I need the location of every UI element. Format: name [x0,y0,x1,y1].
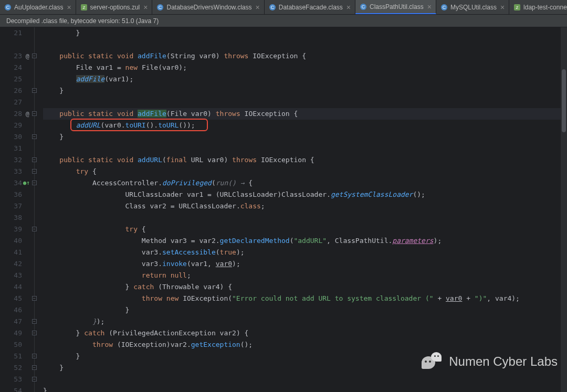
line-number: 28@ [0,108,22,120]
scroll-thumb[interactable] [562,69,566,132]
file-type-icon: C [440,4,448,11]
tab-server-options-zul[interactable]: Zserver-options.zul× [76,0,153,14]
vcs-change-marker[interactable]: ●↑ [23,177,30,189]
fold-toggle[interactable]: − [32,227,37,231]
line-number: 46 [0,304,22,316]
fold-toggle[interactable]: − [32,377,37,382]
tab-label: DatabaseDriversWindow.class [166,4,251,11]
line-number: 37 [0,200,22,212]
tab-label: MySQLUtil.class [450,4,497,11]
file-type-icon: C [4,4,12,11]
fold-toggle[interactable]: − [32,181,37,185]
close-icon[interactable]: × [500,3,505,12]
code-line[interactable] [43,39,561,50]
code-line[interactable]: public static void addFile(String var0) … [43,50,561,62]
file-type-icon: C [269,4,276,11]
fold-toggle[interactable]: − [32,319,37,324]
line-number: 45 [0,293,22,304]
line-number: 50 [0,339,22,351]
svg-text:C: C [159,5,162,10]
tab-classpathutil-class[interactable]: CClassPathUtil.class× [355,0,436,14]
svg-text:C: C [362,4,365,9]
code-line[interactable]: Method var3 = var2.getDeclaredMethod("ad… [43,235,561,247]
line-number: 51 [0,351,22,362]
line-number: 30 [0,131,22,143]
fold-toggle[interactable]: − [32,134,37,139]
file-type-icon: C [156,4,164,11]
fold-toggle[interactable]: − [32,111,37,116]
code-line[interactable]: var3.invoke(var1, var0); [43,258,561,270]
line-number: 25 [0,73,22,85]
file-type-icon: Z [513,4,521,11]
code-line[interactable]: } [43,85,561,97]
code-line[interactable]: var3.setAccessible(true); [43,247,561,258]
code-line[interactable]: public static void addFile(File var0) th… [43,108,561,120]
line-number: 33 [0,166,22,177]
code-line[interactable]: } [43,385,561,392]
code-editor[interactable]: 2123@2425262728@293031323334●↑3637383940… [0,27,567,392]
override-marker[interactable]: @ [26,108,29,120]
line-number: 52 [0,362,22,374]
fold-toggle[interactable]: − [32,54,37,58]
fold-toggle[interactable]: − [32,296,37,301]
decompiled-banner: Decompiled .class file, bytecode version… [0,15,567,27]
fold-toggle[interactable]: − [32,365,37,370]
code-line[interactable]: throw new IOException("Error could not a… [43,293,561,304]
close-icon[interactable]: × [67,3,71,12]
tab-auuploader-class[interactable]: CAuUploader.class× [0,0,76,14]
code-line[interactable]: }); [43,316,561,327]
tab-databasedriverswindow-class[interactable]: CDatabaseDriversWindow.class× [152,0,264,14]
line-number: 41 [0,247,22,258]
code-line[interactable] [43,97,561,108]
close-icon[interactable]: × [346,3,351,12]
code-line[interactable]: } catch (PrivilegedActionException var2)… [43,327,561,339]
code-line[interactable]: try { [43,224,561,235]
close-icon[interactable]: × [143,3,148,12]
code-line[interactable]: throw (IOException)var2.getException(); [43,339,561,351]
code-line[interactable]: } catch (Throwable var4) { [43,281,561,293]
svg-text:Z: Z [82,5,85,10]
close-icon[interactable]: × [427,3,432,11]
line-number: 53 [0,374,22,385]
fold-toggle[interactable]: − [32,169,37,174]
line-number: 27 [0,97,22,108]
code-line[interactable]: } [43,27,561,39]
code-line[interactable]: public static void addURL(final URL var0… [43,154,561,166]
line-number: 23@ [0,50,22,62]
line-number: 34●↑ [0,177,22,189]
close-icon[interactable]: × [256,3,260,12]
override-marker[interactable]: @ [26,50,29,62]
tab-ldap-test-connection-zul[interactable]: Zldap-test-connection.zul× [509,0,567,14]
tab-databasefacade-class[interactable]: CDatabaseFacade.class× [265,0,355,14]
editor-tabs: CAuUploader.class×Zserver-options.zul×CD… [0,0,567,15]
code-line[interactable] [43,143,561,154]
line-number: 29 [0,120,22,131]
code-line[interactable]: } [43,304,561,316]
svg-text:C: C [443,5,446,10]
line-number: 42 [0,258,22,270]
line-number: 47 [0,316,22,327]
fold-toggle[interactable]: − [32,354,37,358]
code-area[interactable]: } public static void addFile(String var0… [41,27,561,392]
tab-mysqlutil-class[interactable]: CMySQLUtil.class× [436,0,509,14]
vertical-scrollbar[interactable] [561,27,567,392]
fold-toggle[interactable]: − [32,331,37,335]
code-line[interactable]: } [43,351,561,362]
code-line[interactable]: File var1 = new File(var0); [43,62,561,73]
line-number: 44 [0,281,22,293]
code-line[interactable]: } [43,131,561,143]
code-line[interactable] [43,212,561,224]
code-line[interactable]: Class var2 = URLClassLoader.class; [43,200,561,212]
code-line[interactable]: return null; [43,270,561,281]
fold-toggle[interactable]: − [32,157,37,162]
code-line[interactable]: addURL(var0.toURI().toURL()); [43,120,561,131]
code-line[interactable] [43,374,561,385]
code-line[interactable]: URLClassLoader var1 = (URLClassLoader)Cl… [43,189,561,200]
fold-column: −−−−−−−−−−−−−− [32,27,41,392]
code-line[interactable]: AccessController.doPrivileged(run() → { [43,177,561,189]
line-number: 24 [0,62,22,73]
code-line[interactable]: try { [43,166,561,177]
fold-toggle[interactable]: − [32,88,37,93]
code-line[interactable]: } [43,362,561,374]
code-line[interactable]: addFile(var1); [43,73,561,85]
